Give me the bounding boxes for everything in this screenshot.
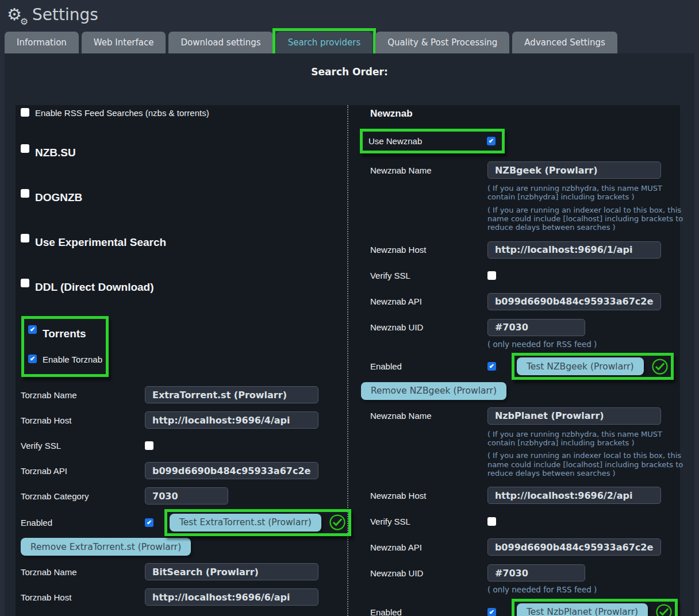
verify-ssl-checkbox[interactable] [487, 271, 496, 280]
enabled-checkbox[interactable] [487, 608, 496, 616]
torznab-category-label: Torznab Category [21, 491, 145, 501]
newznab-uid-row: Newznab UID [370, 319, 688, 336]
newznab-name-row: Newznab Name [370, 407, 688, 425]
tab-advanced-settings[interactable]: Advanced Settings [512, 32, 617, 53]
torznab-category-input[interactable] [145, 487, 228, 505]
nzbsu-checkbox[interactable] [21, 144, 29, 153]
test-nzbgeek-button[interactable]: Test NZBgeek (Prowlarr) [517, 357, 644, 375]
torznab-entry-1: Torznab Name Torznab Host Verify SSL Tor… [21, 386, 347, 556]
enabled-checkbox[interactable] [487, 362, 496, 371]
enabled-label: Enabled [370, 607, 487, 616]
hint-localhost: ( If you are running an indexer local to… [487, 206, 688, 232]
page-title: Settings [32, 5, 98, 24]
torznab-host-input[interactable] [145, 588, 318, 606]
torrents-label: Torrents [43, 328, 86, 340]
newznab-host-input[interactable] [487, 241, 661, 259]
check-circle-icon [655, 603, 673, 616]
search-order-heading: Search Order: [5, 53, 694, 78]
newznab-host-row: Newznab Host [370, 241, 688, 259]
use-newznab-highlight-box: Use Newznab [360, 129, 505, 153]
remove-extratorrent-button[interactable]: Remove ExtraTorrent.st (Prowlarr) [21, 538, 191, 556]
enabled-checkbox[interactable] [145, 518, 153, 527]
newznab-api-label: Newznab API [370, 297, 487, 306]
newznab-name-input[interactable] [487, 407, 661, 425]
enabled-label: Enabled [370, 361, 487, 371]
newznab-enabled-row: Enabled Test NZBgeek (Prowlarr) [370, 357, 688, 376]
newznab-name-input[interactable] [487, 161, 661, 179]
newznab-api-input[interactable] [487, 538, 661, 556]
torznab-api-row: Torznab API [21, 462, 347, 479]
newznab-uid-row: Newznab UID [370, 564, 688, 582]
ddl-label: DDL (Direct Download) [35, 281, 154, 293]
tab-information[interactable]: Information [5, 32, 79, 53]
torznab-host-row: Torznab Host [21, 588, 347, 606]
hint-nzbhydra: ( If you are running nzbhydra, this name… [487, 184, 688, 202]
newznab-host-label: Newznab Host [370, 491, 487, 500]
test-extratorrent-button[interactable]: Test ExtraTorrent.st (Prowlarr) [170, 514, 321, 532]
experimental-checkbox[interactable] [21, 234, 29, 242]
torznab-name-input[interactable] [145, 563, 318, 580]
torznab-host-input[interactable] [145, 411, 318, 429]
newznab-uid-label: Newznab UID [370, 322, 487, 332]
torznab-host-label: Torznab Host [21, 592, 145, 602]
newznab-name-row: Newznab Name [370, 161, 688, 179]
torznab-entry-2: Torznab Name Torznab Host [21, 563, 347, 616]
torznab-name-label: Torznab Name [21, 390, 145, 400]
test-button-highlight-box: Test NzbPlanet (Prowlarr) [516, 603, 674, 616]
tab-web-interface[interactable]: Web Interface [82, 32, 166, 53]
tab-search-providers[interactable]: Search providers [276, 32, 373, 53]
enable-rss-label: Enable RSS Feed Searches (nzbs & torrent… [35, 108, 209, 118]
newznab-ssl-row: Verify SSL [370, 267, 688, 284]
dognzb-label: DOGNZB [35, 191, 82, 203]
newznab-host-input[interactable] [487, 487, 661, 504]
newznab-enabled-row: Enabled Test NzbPlanet (Prowlarr) [370, 602, 688, 616]
torznab-ssl-row: Verify SSL [21, 437, 347, 454]
verify-ssl-checkbox[interactable] [145, 441, 153, 450]
provider-row-ddl: DDL (Direct Download) [21, 279, 347, 293]
newznab-api-input[interactable] [487, 293, 661, 310]
torznab-enabled-row: Enabled Test ExtraTorrent.st (Prowlarr) [21, 513, 347, 532]
test-nzbplanet-button[interactable]: Test NzbPlanet (Prowlarr) [517, 603, 648, 616]
newznab-api-row: Newznab API [370, 538, 688, 556]
torznab-name-label: Torznab Name [21, 567, 145, 577]
newznab-uid-label: Newznab UID [370, 568, 487, 578]
settings-tabbar: Information Web Interface Download setti… [5, 32, 617, 53]
newznab-ssl-row: Verify SSL [370, 513, 688, 530]
uid-hint: ( only needed for RSS feed ) [487, 585, 688, 594]
experimental-label: Use Experimental Search [35, 236, 166, 248]
tab-quality-post-processing[interactable]: Quality & Post Processing [375, 32, 509, 53]
uid-hint: ( only needed for RSS feed ) [487, 340, 688, 349]
newznab-entry-1: Newznab Name ( If you are running nzbhyd… [370, 161, 688, 400]
provider-row-dognzb: DOGNZB [21, 189, 347, 203]
enable-torznab-checkbox[interactable] [28, 355, 37, 363]
enable-rss-checkbox[interactable] [21, 108, 29, 117]
gear-icon: ⚙⚙ [7, 3, 26, 25]
enabled-label: Enabled [21, 518, 145, 528]
newznab-uid-input[interactable] [487, 564, 585, 582]
remove-nzbgeek-button[interactable]: Remove NZBgeek (Prowlarr) [361, 382, 506, 400]
verify-ssl-label: Verify SSL [21, 441, 145, 451]
providers-column: Enable RSS Feed Searches (nzbs & torrent… [16, 105, 348, 616]
verify-ssl-label: Verify SSL [370, 517, 487, 526]
newznab-host-label: Newznab Host [370, 245, 487, 255]
torznab-api-input[interactable] [145, 462, 318, 479]
hint-nzbhydra: ( If you are running nzbhydra, this name… [487, 430, 688, 448]
provider-row-nzbsu: NZB.SU [21, 144, 347, 159]
dognzb-checkbox[interactable] [21, 189, 29, 198]
torznab-name-input[interactable] [145, 386, 318, 403]
torznab-name-row: Torznab Name [21, 563, 347, 580]
torrents-checkbox[interactable] [28, 325, 37, 334]
newznab-entry-2: Newznab Name ( If you are running nzbhyd… [370, 407, 688, 616]
torznab-host-label: Torznab Host [21, 415, 145, 425]
enable-rss-row: Enable RSS Feed Searches (nzbs & torrent… [21, 108, 347, 118]
newznab-name-hints: ( If you are running nzbhydra, this name… [487, 430, 688, 478]
newznab-uid-input[interactable] [487, 319, 585, 336]
torrents-highlight-box: Torrents Enable Torznab [21, 316, 109, 377]
torznab-name-row: Torznab Name [21, 386, 347, 403]
verify-ssl-checkbox[interactable] [487, 517, 496, 526]
ddl-checkbox[interactable] [21, 279, 29, 287]
nzbsu-label: NZB.SU [35, 147, 76, 159]
use-newznab-checkbox[interactable] [487, 137, 496, 145]
tab-download-settings[interactable]: Download settings [168, 32, 272, 53]
torrents-row: Torrents [28, 325, 102, 340]
